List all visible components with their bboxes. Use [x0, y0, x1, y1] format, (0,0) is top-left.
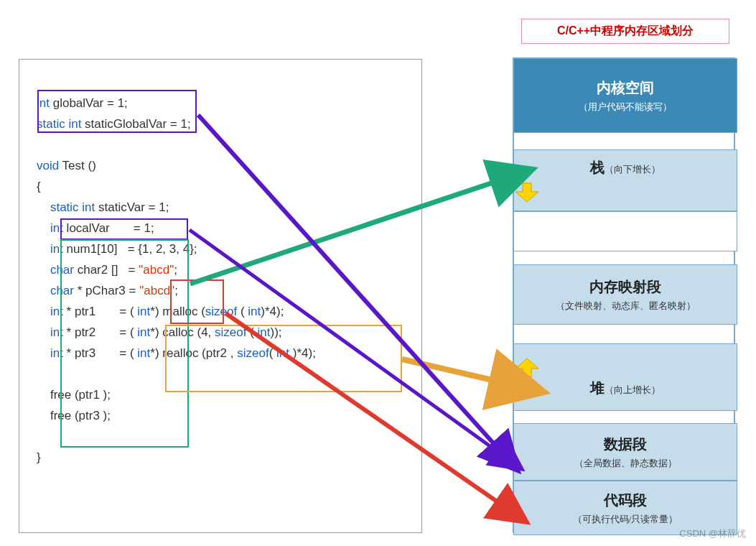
kw-int: int	[50, 346, 63, 360]
code-text: localVar	[63, 221, 110, 235]
code-text: (	[269, 346, 276, 360]
region-mmap: 内存映射段 （文件映射、动态库、匿名映射）	[513, 264, 737, 325]
region-gap	[513, 211, 737, 251]
code-text: *) realloc (ptr2 ,	[150, 346, 237, 360]
region-title: 堆	[590, 380, 605, 396]
region-sub: （用户代码不能读写）	[514, 101, 737, 114]
code-text: char2 [] =	[74, 263, 139, 277]
kw-sizeof: sizeof	[215, 325, 246, 339]
kw-char: char	[50, 284, 74, 297]
svg-marker-1	[515, 358, 538, 377]
kw-int: int	[37, 96, 50, 110]
kw-int: int	[137, 325, 150, 339]
code-text: )*4);	[261, 305, 284, 318]
kw-int: int	[137, 305, 150, 318]
watermark: CSDN @林辞优	[679, 527, 746, 540]
kw-static-int: static int	[37, 117, 81, 131]
str-literal: "abcd"	[139, 284, 174, 297]
code-text: = 1;	[110, 221, 154, 235]
code-text: * pChar3 =	[74, 284, 139, 297]
kw-int: int	[258, 325, 271, 339]
code-text: = 1;	[167, 117, 191, 131]
kw-char: char	[50, 263, 74, 277]
region-sub: （全局数据、静态数据）	[514, 457, 737, 470]
code-text: {	[37, 176, 406, 197]
kw-sizeof: sizeof	[205, 305, 237, 318]
code-text: (	[246, 325, 257, 339]
region-title: 栈	[590, 159, 605, 175]
code-text: ));	[271, 325, 282, 339]
code-text: = 1;	[145, 200, 169, 214]
kw-int: int	[50, 325, 63, 339]
arrow-down-icon	[514, 182, 540, 203]
arrow-up-icon	[514, 357, 540, 379]
code-panel: int globalVar = 1; static int staticGlob…	[19, 59, 422, 533]
kw-int: int	[137, 346, 150, 360]
code-text: * ptr3 = (	[63, 346, 137, 360]
code-text: }	[37, 447, 406, 468]
code-text: free (ptr3 );	[50, 409, 111, 422]
code-text: )*4);	[289, 346, 316, 360]
code-text: = 1;	[103, 96, 128, 110]
kw-int: int	[50, 305, 63, 318]
region-heap: 堆（向上增长）	[513, 343, 737, 411]
kw-static-int: static int	[50, 200, 95, 214]
region-data: 数据段 （全局数据、静态数据）	[513, 423, 737, 481]
kw-sizeof: sizeof	[237, 346, 269, 360]
code-text: free (ptr1 );	[50, 388, 111, 402]
code-text: globalVar	[50, 96, 103, 110]
region-sub: （可执行代码/只读常量）	[514, 513, 737, 526]
kw-int: int	[50, 242, 63, 256]
svg-marker-0	[515, 183, 538, 202]
code-text: staticGlobalVar	[81, 117, 167, 131]
kw-int: int	[276, 346, 289, 360]
code-block: int globalVar = 1; static int staticGlob…	[37, 93, 406, 468]
region-title: 内核空间	[514, 78, 737, 98]
region-sub: （向上增长）	[605, 384, 661, 395]
memory-layout: 内核空间 （用户代码不能读写） 栈（向下增长） 内存映射段 （文件映射、动态库、…	[513, 57, 735, 533]
code-text: staticVar	[95, 200, 145, 214]
region-title: 内存映射段	[514, 277, 737, 297]
str-literal: "abcd"	[139, 263, 174, 277]
region-stack: 栈（向下增长）	[513, 149, 737, 211]
code-text: Test ()	[59, 159, 96, 172]
kw-void: void	[37, 159, 59, 172]
code-text: *) calloc (4,	[150, 325, 215, 339]
kw-int: int	[50, 221, 63, 235]
code-text: ;	[174, 263, 177, 277]
code-text: *) malloc (	[150, 305, 205, 318]
kw-int: int	[248, 305, 261, 318]
code-text: ;	[174, 284, 178, 297]
code-text: (	[237, 305, 248, 318]
region-sub: （向下增长）	[605, 164, 661, 175]
region-title: 数据段	[514, 435, 737, 454]
region-title: 代码段	[514, 491, 737, 510]
code-text: * ptr1 = (	[63, 305, 137, 318]
code-text: num1[10] = {1, 2, 3, 4};	[63, 242, 197, 256]
region-sub: （文件映射、动态库、匿名映射）	[514, 300, 737, 313]
code-text: * ptr2 = (	[63, 325, 137, 339]
region-kernel: 内核空间 （用户代码不能读写）	[513, 58, 737, 133]
diagram-title: C/C++中程序内存区域划分	[521, 19, 729, 44]
